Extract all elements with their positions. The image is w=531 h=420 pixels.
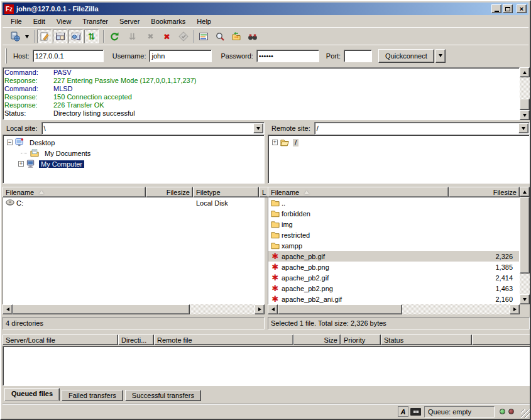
queue-body[interactable] [3,346,531,386]
username-input[interactable] [149,50,212,62]
toggle-remote-tree-button[interactable] [68,30,83,43]
resize-grip[interactable] [521,409,530,418]
file-row[interactable]: forbidden [268,208,519,219]
file-row[interactable]: ✱ apache_pb2.gif 2,414 [268,272,519,283]
file-row-selected[interactable]: ✱ apache_pb.gif 2,326 [268,251,519,262]
column-header-direction[interactable]: Directi... [118,334,154,345]
scroll-down-button[interactable] [520,110,530,120]
quickconnect-button[interactable]: Quickconnect [378,49,434,63]
scroll-thumb[interactable] [278,304,402,314]
maximize-button[interactable] [503,4,513,13]
expand-icon[interactable]: + [18,161,24,167]
scroll-right-button[interactable] [255,304,265,314]
disconnect-button[interactable]: ✖ [160,30,174,43]
host-input[interactable] [33,50,104,62]
menu-transfer[interactable]: Transfer [77,16,114,26]
menu-view[interactable]: View [51,16,77,26]
quickconnect-dropdown[interactable] [435,49,446,63]
toggle-queue-button[interactable]: ⇅ [84,30,99,43]
local-list-hscrollbar[interactable] [3,304,265,314]
scroll-down-button[interactable] [520,294,530,304]
column-header-filesize[interactable]: Filesize [449,187,520,197]
remote-list-hscrollbar[interactable] [268,304,520,314]
file-row[interactable]: ✱ apache_pb.png 1,385 [268,262,519,272]
scroll-thumb[interactable] [520,99,530,110]
local-file-list[interactable]: C: Local Disk [3,197,265,304]
find-files-button[interactable] [245,30,260,43]
tab-failed-transfers[interactable]: Failed transfers [62,390,123,401]
scroll-track[interactable] [520,274,530,294]
scroll-left-button[interactable] [3,304,13,314]
column-header-size[interactable]: Size [293,334,341,345]
local-tree[interactable]: − Desktop My Documents + [3,135,265,184]
column-header-filename[interactable]: Filename [268,187,449,197]
scroll-track[interactable] [190,304,255,314]
password-input[interactable] [256,50,319,62]
log-scrollbar[interactable] [520,67,530,120]
column-header-status[interactable]: Status [381,334,472,345]
tree-item-root[interactable]: + / [268,137,529,148]
tab-successful-transfers[interactable]: Successful transfers [125,390,201,401]
file-row[interactable]: ✱ apache_pb2_ani.gif 2,160 [268,294,519,304]
expand-icon[interactable]: + [272,140,278,145]
file-row[interactable]: restricted [268,229,519,240]
synchronized-browsing-button[interactable] [229,30,243,43]
scroll-track[interactable] [402,304,510,314]
site-manager-dropdown[interactable] [23,30,31,43]
log-text: 150 Connection accepted [53,93,132,101]
scroll-thumb[interactable] [520,197,530,274]
disconnect-icon: ✖ [163,32,170,41]
scroll-up-button[interactable] [520,67,530,77]
speed-limits-icon[interactable] [410,408,421,416]
menu-file[interactable]: File [5,16,28,26]
port-input[interactable] [344,50,372,62]
remote-site-combo[interactable]: / [314,122,530,135]
window-title: john@127.0.0.1 - FileZilla [16,5,491,13]
column-header-remote-file[interactable]: Remote file [154,334,293,345]
tree-item-my-documents[interactable]: My Documents [3,148,264,158]
file-size: 2,326 [449,253,519,260]
file-row[interactable]: xampp [268,240,519,251]
file-row[interactable]: ✱ apache_pb2.png 1,463 [268,283,519,294]
column-header-filename[interactable]: Filename [3,187,146,197]
scroll-right-button[interactable] [510,304,520,314]
column-header-filetype[interactable]: Filetype [193,187,259,197]
menu-edit[interactable]: Edit [28,16,51,26]
file-row[interactable]: C: Local Disk [3,197,264,208]
scroll-up-button[interactable] [520,187,530,197]
refresh-button[interactable] [107,30,121,43]
tree-item-desktop[interactable]: − Desktop [3,137,264,148]
tree-item-my-computer[interactable]: + My Computer [3,158,264,169]
local-site-dropdown[interactable] [253,123,263,133]
collapse-icon[interactable]: − [7,140,13,145]
data-type-indicator-icon[interactable]: A [398,406,408,417]
remote-list-scrollbar[interactable] [520,187,530,304]
column-header-filesize[interactable]: Filesize [146,187,193,197]
file-row[interactable]: img [268,219,519,229]
remote-tree[interactable]: + / [268,135,530,184]
reconnect-button[interactable] [176,30,190,43]
close-button[interactable]: × [517,4,527,13]
filter-button[interactable] [196,30,211,43]
menu-server[interactable]: Server [114,16,145,26]
toggle-message-log-button[interactable] [37,30,52,43]
local-site-combo[interactable]: \ [41,122,265,135]
directory-comparison-button[interactable] [212,30,227,43]
scroll-thumb[interactable] [13,304,190,314]
tab-queued-files[interactable]: Queued files [4,388,60,401]
menu-help[interactable]: Help [191,16,217,26]
scroll-left-button[interactable] [268,304,278,314]
remote-file-list[interactable]: .. forbidden img restricted xampp ✱ apac… [268,197,520,304]
title-bar[interactable]: Fz john@127.0.0.1 - FileZilla × [3,3,528,15]
remote-site-dropdown[interactable] [518,123,528,133]
message-log[interactable]: Command:PASV Response:227 Entering Passi… [3,67,520,120]
process-queue-button[interactable]: ⇊ [125,30,140,43]
menu-bookmarks[interactable]: Bookmarks [145,16,191,26]
cancel-operation-button[interactable]: ✖ [143,30,158,43]
file-row[interactable]: .. [268,197,519,208]
minimize-button[interactable] [491,4,501,13]
column-header-priority[interactable]: Priority [341,334,381,345]
toggle-local-tree-button[interactable] [53,30,67,43]
column-header-server-local-file[interactable]: Server/Local file [3,334,118,345]
site-manager-button[interactable] [8,30,22,43]
